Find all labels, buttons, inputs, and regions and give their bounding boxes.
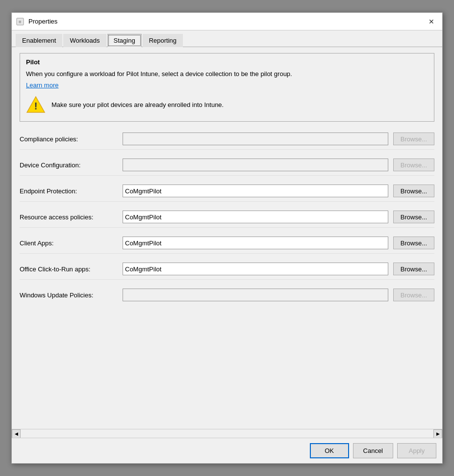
tabs-bar: Enablement Workloads Staging Reporting [12,30,442,47]
form-row-endpoint: Endpoint Protection: Browse... [20,181,434,202]
form-row-windows-update: Windows Update Policies: Browse... [20,285,434,305]
ok-button[interactable]: OK [310,443,349,458]
pilot-title: Pilot [26,58,428,66]
form-rows: Compliance policies: Browse... Device Co… [20,129,434,305]
label-client-apps: Client Apps: [20,239,123,247]
properties-dialog: ≡ Properties ✕ Enablement Workloads Stag… [11,12,443,464]
label-compliance: Compliance policies: [20,135,123,143]
input-resource[interactable] [123,211,388,223]
pilot-description: When you configure a workload for Pilot … [26,70,428,79]
label-office: Office Click-to-Run apps: [20,265,123,273]
horizontal-scrollbar: ◀ ▶ [12,429,442,438]
form-row-client-apps: Client Apps: Browse... [20,233,434,254]
cancel-button[interactable]: Cancel [353,443,393,458]
label-device-config: Device Configuration: [20,161,123,169]
svg-text:≡: ≡ [19,19,22,25]
browse-office[interactable]: Browse... [393,263,434,275]
label-windows-update: Windows Update Policies: [20,291,123,299]
warning-text: Make sure your pilot devices are already… [51,101,224,108]
warning-row: ! Make sure your pilot devices are alrea… [26,95,428,114]
close-button[interactable]: ✕ [425,16,438,27]
tab-staging[interactable]: Staging [107,34,142,47]
label-resource: Resource access policies: [20,213,123,221]
apply-button[interactable]: Apply [397,443,436,458]
browse-compliance: Browse... [393,132,434,145]
tab-enablement[interactable]: Enablement [16,34,62,47]
form-row-office: Office Click-to-Run apps: Browse... [20,259,434,280]
scroll-right-button[interactable]: ▶ [433,429,442,438]
input-windows-update[interactable] [123,289,388,301]
h-scroll-track [21,429,433,438]
browse-device-config: Browse... [393,159,434,171]
scroll-content[interactable]: Pilot When you configure a workload for … [12,47,442,429]
main-content: Pilot When you configure a workload for … [12,47,442,429]
input-office[interactable] [123,263,388,275]
input-endpoint[interactable] [123,185,388,197]
pilot-section: Pilot When you configure a workload for … [20,53,434,122]
input-client-apps[interactable] [123,237,388,249]
form-row-resource: Resource access policies: Browse... [20,207,434,228]
tab-workloads[interactable]: Workloads [63,34,106,47]
label-endpoint: Endpoint Protection: [20,187,123,195]
dialog-icon: ≡ [16,17,25,26]
form-row-device-config: Device Configuration: Browse... [20,155,434,176]
svg-text:!: ! [34,101,38,111]
browse-resource[interactable]: Browse... [393,211,434,223]
warning-icon: ! [26,95,46,114]
tab-reporting[interactable]: Reporting [143,34,183,47]
input-compliance[interactable] [123,132,388,145]
browse-client-apps[interactable]: Browse... [393,237,434,249]
dialog-title: Properties [28,18,57,25]
title-bar-left: ≡ Properties [16,17,57,26]
scroll-left-button[interactable]: ◀ [12,429,21,438]
input-device-config[interactable] [123,159,388,171]
title-bar: ≡ Properties ✕ [12,13,442,30]
learn-more-link[interactable]: Learn more [26,81,58,89]
browse-windows-update: Browse... [393,289,434,301]
browse-endpoint[interactable]: Browse... [393,185,434,197]
footer-buttons: OK Cancel Apply [12,438,442,463]
form-row-compliance: Compliance policies: Browse... [20,129,434,150]
